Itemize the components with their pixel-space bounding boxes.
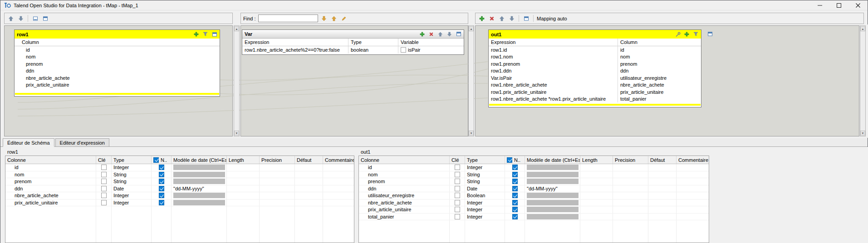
schema-row[interactable]: nom String	[5, 171, 354, 179]
output-row[interactable]: row1.prix_article_unitaire prix_article_…	[489, 88, 701, 96]
schema-precision-cell[interactable]	[613, 199, 648, 206]
schema-length-cell[interactable]	[580, 206, 613, 213]
schema-length-cell[interactable]	[580, 199, 613, 206]
schema-column-name[interactable]: id	[359, 164, 450, 171]
schema-length-cell[interactable]	[227, 178, 260, 185]
input-column-row[interactable]: nbre_article_achete	[15, 74, 220, 82]
schema-key-cell[interactable]	[96, 192, 112, 199]
scroll-down-button[interactable]: ▼	[234, 131, 239, 136]
move-down-icon[interactable]	[17, 15, 25, 22]
key-checkbox[interactable]	[101, 186, 107, 191]
nullable-checkbox[interactable]	[512, 179, 518, 184]
move-up-icon[interactable]	[498, 15, 505, 22]
schema-datepattern-cell[interactable]	[525, 199, 580, 206]
schema-datepattern-cell[interactable]: "dd-MM-yyyy"	[525, 185, 580, 192]
nullable-checkbox[interactable]	[512, 165, 518, 170]
find-input[interactable]	[258, 15, 318, 22]
schema-row[interactable]: prenom String	[359, 178, 709, 185]
schema-nullable-cell[interactable]	[152, 171, 172, 178]
schema-comment-cell[interactable]	[323, 192, 354, 199]
var-checkbox[interactable]	[401, 47, 406, 53]
output-column-name[interactable]: nbre_article_achete	[618, 82, 701, 89]
key-checkbox[interactable]	[455, 193, 460, 198]
schema-row[interactable]: prenom String	[5, 178, 354, 185]
nullable-checkbox[interactable]	[512, 193, 518, 198]
schema-length-cell[interactable]	[580, 164, 613, 171]
scroll-up-button[interactable]: ▲	[860, 26, 865, 31]
add-column-icon[interactable]	[683, 30, 691, 38]
schema-column-name[interactable]: nbre_article_achete	[5, 192, 96, 199]
schema-precision-cell[interactable]	[613, 214, 648, 220]
schema-type-cell[interactable]: Date	[465, 185, 505, 192]
schema-key-cell[interactable]	[96, 164, 112, 171]
schema-datepattern-cell[interactable]	[525, 178, 580, 185]
input-table-header[interactable]: row1	[15, 30, 220, 39]
schema-length-cell[interactable]	[227, 185, 260, 192]
schema-datepattern-cell[interactable]	[525, 206, 580, 213]
schema-key-cell[interactable]	[96, 199, 112, 206]
output-expression[interactable]: row1.nbre_article_achete	[489, 82, 618, 89]
schema-row[interactable]: ddn Date "dd-MM-yyyy"	[359, 185, 709, 193]
header-nullable[interactable]: N..	[152, 156, 172, 164]
header-commentaire[interactable]: Commentaire	[677, 156, 709, 164]
header-type[interactable]: Type	[465, 156, 505, 164]
schema-length-cell[interactable]	[580, 185, 613, 192]
schema-column-name[interactable]: nbre_article_achete	[359, 199, 450, 206]
minimize-tables-icon[interactable]	[31, 15, 39, 22]
maximize-button[interactable]	[829, 0, 848, 10]
schema-datepattern-cell[interactable]	[172, 171, 227, 178]
add-var-icon[interactable]	[418, 30, 426, 38]
schema-column-name[interactable]: prix_article_unitaire	[5, 199, 96, 206]
key-checkbox[interactable]	[101, 200, 107, 205]
schema-precision-cell[interactable]	[260, 185, 295, 192]
schema-column-name[interactable]: total_panier	[359, 214, 450, 220]
schema-default-cell[interactable]	[648, 214, 677, 220]
nullable-checkbox[interactable]	[512, 172, 518, 177]
header-type[interactable]: Type	[112, 156, 152, 164]
schema-precision-cell[interactable]	[260, 178, 295, 185]
schema-nullable-cell[interactable]	[505, 206, 525, 213]
schema-nullable-cell[interactable]	[152, 199, 172, 206]
nullable-checkbox[interactable]	[512, 214, 518, 219]
schema-length-cell[interactable]	[580, 171, 613, 178]
schema-row[interactable]: nom String	[359, 171, 709, 179]
schema-datepattern-cell[interactable]	[172, 164, 227, 171]
output-row[interactable]: row1.nbre_article_achete nbre_article_ac…	[489, 82, 701, 89]
schema-precision-cell[interactable]	[613, 206, 648, 213]
schema-comment-cell[interactable]	[677, 171, 709, 178]
schema-precision-cell[interactable]	[260, 164, 295, 171]
schema-datepattern-cell[interactable]	[525, 164, 580, 171]
find-next-icon[interactable]	[320, 15, 328, 22]
schema-comment-cell[interactable]	[677, 199, 709, 206]
nullable-checkbox[interactable]	[512, 186, 518, 191]
schema-type-cell[interactable]: Integer	[465, 206, 505, 213]
move-up-icon[interactable]	[436, 30, 444, 38]
schema-comment-cell[interactable]	[677, 206, 709, 213]
open-window-icon[interactable]	[706, 30, 714, 38]
nullable-all-checkbox[interactable]	[153, 157, 159, 163]
header-date-pattern[interactable]: Modèle de date (Ctrl+Es...	[525, 156, 580, 164]
output-row[interactable]: Var.isPair utilisateur_enregistre	[489, 74, 701, 82]
schema-type-cell[interactable]: Boolean	[465, 192, 505, 199]
var-expression[interactable]: row1.nbre_article_achete%2==0?true:false	[242, 46, 348, 53]
header-commentaire[interactable]: Commentaire	[323, 156, 354, 164]
schema-length-cell[interactable]	[580, 192, 613, 199]
open-window-icon[interactable]	[41, 15, 49, 22]
input-column-row[interactable]: ddn	[15, 68, 220, 75]
schema-precision-cell[interactable]	[613, 178, 648, 185]
minimize-button[interactable]	[810, 0, 829, 10]
output-row[interactable]: row1.nbre_article_achete *row1.prix_arti…	[489, 96, 701, 103]
schema-column-name[interactable]: id	[5, 164, 96, 171]
output-column-name[interactable]: total_panier	[618, 96, 701, 103]
input-column-row[interactable]: nom	[15, 53, 220, 61]
schema-default-cell[interactable]	[648, 192, 677, 199]
output-column-name[interactable]: prenom	[618, 60, 701, 68]
schema-row[interactable]: nbre_article_achete Integer	[359, 199, 709, 207]
schema-length-cell[interactable]	[580, 178, 613, 185]
var-variable-cell[interactable]: isPair	[398, 46, 464, 53]
scroll-up-button[interactable]: ▲	[469, 26, 474, 31]
schema-row[interactable]: id Integer	[5, 164, 354, 171]
schema-row[interactable]: prix_article_unitaire Integer	[5, 199, 354, 207]
schema-row[interactable]: prix_article_unitaire Integer	[359, 206, 709, 214]
schema-datepattern-cell[interactable]	[172, 192, 227, 199]
